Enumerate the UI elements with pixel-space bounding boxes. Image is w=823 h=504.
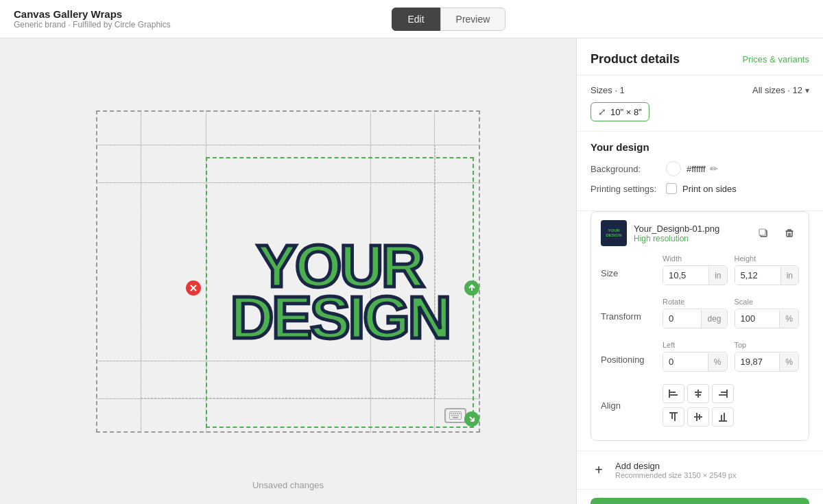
- scale-input[interactable]: [735, 309, 780, 328]
- svg-rect-12: [453, 417, 458, 418]
- rotate-input[interactable]: [663, 309, 701, 328]
- positioning-prop-row: Positioning Left % Top %: [601, 341, 799, 379]
- save-product-button[interactable]: Save product: [591, 498, 809, 504]
- height-input-row: in: [735, 265, 800, 285]
- thumbnail-text: YOURDESIGN: [606, 228, 621, 237]
- scale-input-row: %: [735, 309, 800, 328]
- right-panel: Product details Prices & variants Sizes …: [576, 38, 823, 504]
- svg-rect-26: [671, 413, 673, 419]
- edit-color-icon[interactable]: ✏: [710, 163, 718, 174]
- color-value: #ffffff: [687, 164, 706, 174]
- svg-rect-32: [721, 415, 722, 420]
- main-layout: YOUR DESIGN: [0, 38, 823, 504]
- size-fields: Width in Height in: [663, 254, 799, 285]
- background-row: Background: #ffffff ✏: [591, 161, 809, 176]
- header-left: Canvas Gallery Wraps Generic brand · Ful…: [14, 8, 171, 29]
- align-left-btn[interactable]: [663, 384, 684, 403]
- size-prop-row: Size Width in Height in: [601, 254, 799, 292]
- align-right-btn[interactable]: [712, 384, 734, 403]
- align-center-h-btn[interactable]: [687, 384, 709, 403]
- align-top-btn[interactable]: [663, 407, 684, 427]
- height-unit: in: [780, 267, 798, 285]
- sizes-section: Sizes · 1 All sizes · 12 ▾ ⤢ 10" × 8": [577, 75, 823, 132]
- printing-label: Printing settings:: [591, 184, 666, 194]
- delete-icon[interactable]: [780, 224, 799, 243]
- rotate-field-group: Rotate deg: [663, 298, 728, 328]
- edit-tab[interactable]: Edit: [392, 8, 440, 31]
- canvas-area: YOUR DESIGN: [0, 38, 576, 504]
- design-filename: Your_Designb-01.png: [634, 224, 754, 234]
- add-design-sub: Recommended size 3150 × 2549 px: [615, 471, 736, 479]
- align-bottom-btn[interactable]: [712, 407, 734, 427]
- design-area[interactable]: YOUR DESIGN: [206, 157, 474, 428]
- svg-rect-8: [451, 415, 453, 416]
- width-field-group: Width in: [663, 254, 728, 285]
- handle-delete[interactable]: [186, 280, 201, 296]
- svg-rect-10: [455, 415, 457, 416]
- left-input[interactable]: [663, 352, 708, 371]
- height-label: Height: [735, 254, 800, 263]
- header-subtitle: Generic brand · Fulfilled by Circle Grap…: [14, 20, 171, 29]
- panel-header: Product details Prices & variants: [577, 38, 823, 75]
- your-design-title: Your design: [591, 141, 809, 153]
- svg-rect-3: [451, 413, 452, 414]
- svg-rect-11: [457, 415, 459, 416]
- color-preview[interactable]: [666, 161, 681, 176]
- rotate-input-row: deg: [663, 309, 728, 328]
- printing-row: Printing settings: Print on sides: [591, 183, 809, 194]
- scale-unit: %: [779, 310, 798, 328]
- unsaved-changes: Unsaved changes: [0, 480, 576, 490]
- left-input-row: %: [663, 352, 728, 372]
- size-chip[interactable]: ⤢ 10" × 8": [591, 102, 649, 121]
- design-file-info: Your_Designb-01.png High resolution: [634, 224, 754, 243]
- svg-rect-27: [674, 413, 676, 421]
- handle-resize-br[interactable]: [464, 411, 479, 427]
- width-input[interactable]: [663, 266, 708, 285]
- panel-title: Product details: [591, 52, 680, 67]
- svg-rect-23: [721, 392, 726, 393]
- design-file-card: YOURDESIGN Your_Designb-01.png High reso…: [591, 211, 809, 441]
- keyboard-icon[interactable]: [444, 408, 466, 423]
- svg-rect-5: [455, 413, 456, 414]
- svg-rect-18: [670, 394, 678, 396]
- top-input[interactable]: [735, 352, 780, 371]
- add-design-info: Add design Recommended size 3150 × 2549 …: [615, 461, 736, 479]
- horizontal-align-group: [663, 384, 734, 403]
- height-input[interactable]: [735, 266, 780, 285]
- design-image: YOUR DESIGN: [207, 158, 473, 427]
- transform-prop-row: Transform Rotate deg Scale %: [601, 298, 799, 335]
- sizes-all[interactable]: All sizes · 12 ▾: [752, 85, 809, 95]
- size-prop-label: Size: [601, 268, 663, 278]
- vertical-align-group: [663, 407, 734, 427]
- design-thumbnail: YOURDESIGN: [601, 220, 627, 246]
- canvas-container: YOUR DESIGN: [96, 110, 480, 433]
- prices-variants-link[interactable]: Prices & variants: [742, 54, 809, 64]
- print-on-sides-checkbox[interactable]: [666, 183, 677, 194]
- svg-rect-21: [695, 394, 701, 396]
- design-card-actions: [754, 224, 799, 243]
- copy-icon[interactable]: [754, 224, 773, 243]
- plus-icon: +: [591, 462, 607, 479]
- left-unit: %: [708, 353, 727, 371]
- svg-rect-14: [759, 229, 765, 235]
- add-design-label: Add design: [615, 461, 736, 471]
- align-prop-row: Align: [601, 384, 799, 427]
- svg-rect-33: [724, 413, 725, 420]
- width-input-row: in: [663, 265, 728, 285]
- svg-rect-7: [459, 413, 460, 414]
- rotate-label: Rotate: [663, 298, 728, 306]
- add-design-section[interactable]: + Add design Recommended size 3150 × 254…: [577, 451, 823, 489]
- preview-tab[interactable]: Preview: [440, 8, 506, 31]
- design-card-header: YOURDESIGN Your_Designb-01.png High reso…: [601, 220, 799, 246]
- header: Canvas Gallery Wraps Generic brand · Ful…: [0, 0, 823, 38]
- print-on-sides-label[interactable]: Print on sides: [666, 183, 737, 194]
- svg-rect-9: [453, 415, 455, 416]
- design-text: YOUR DESIGN: [230, 241, 449, 344]
- design-quality: High resolution: [634, 234, 754, 243]
- align-middle-btn[interactable]: [687, 407, 709, 427]
- header-title: Canvas Gallery Wraps: [14, 8, 171, 20]
- width-unit: in: [708, 267, 726, 285]
- width-label: Width: [663, 254, 728, 263]
- handle-resize-tr[interactable]: [464, 280, 479, 296]
- design-line2: DESIGN: [230, 292, 449, 344]
